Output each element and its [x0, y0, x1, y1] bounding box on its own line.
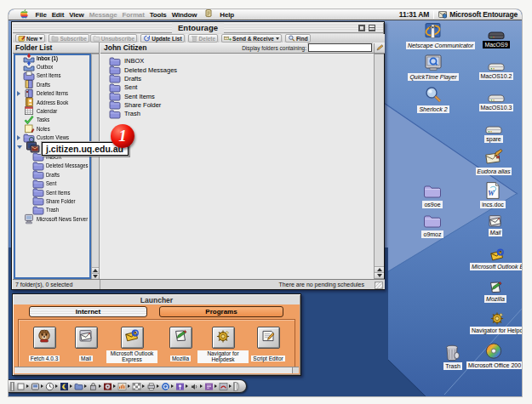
update-list-button[interactable]: Update List	[140, 34, 184, 43]
application-menu[interactable]: Microsoft Entourage	[449, 10, 518, 19]
main-folder-drafts[interactable]: Drafts	[100, 74, 374, 83]
folder-item-microsoft-news-server[interactable]: Microsoft News Server	[15, 215, 89, 224]
entourage-app-icon[interactable]	[438, 10, 447, 19]
main-folder-inbox[interactable]: INBOX	[100, 57, 374, 65]
scroll-up-arrow[interactable]	[375, 266, 384, 272]
launcher-button[interactable]	[33, 327, 56, 349]
resize-grip[interactable]	[375, 282, 383, 289]
desktop-icon-mozilla[interactable]: Mozilla	[468, 274, 522, 303]
desktop-icon-eudora-alias[interactable]: Eudora alias	[466, 146, 521, 175]
send-receive-button[interactable]: Send & Receive	[221, 34, 282, 43]
control-strip-energy-saver[interactable]	[59, 381, 73, 392]
launcher-item-navigator-for-helpdesk[interactable]: Navigator for Helpdesk	[197, 327, 249, 365]
folder-item-sent-items[interactable]: Sent Items	[15, 188, 89, 196]
desktop-icon-microsoft-office-200[interactable]: Microsoft Office 200	[466, 340, 521, 369]
desktop-icon-netscape-communicator[interactable]: Netscape Communicator	[406, 20, 460, 49]
menu-window[interactable]: Window	[169, 9, 199, 20]
desktop-icon-sherlock-2[interactable]: Sherlock 2	[406, 84, 460, 113]
menu-format[interactable]: Format	[120, 9, 146, 20]
desktop-icon-quicktime-player[interactable]: QuickTime Player	[406, 52, 460, 81]
launcher-scroll-strip[interactable]	[14, 367, 299, 373]
main-folder-sent[interactable]: Sent	[100, 83, 374, 92]
desktop-icon-macos9[interactable]: MacOS9	[469, 20, 522, 48]
menu-message[interactable]: Message	[87, 9, 119, 20]
tab-internet[interactable]: Internet	[29, 306, 147, 317]
apple-menu[interactable]	[20, 9, 28, 20]
subscribe-button[interactable]: Subscribe	[49, 34, 89, 43]
control-strip-cd-audio[interactable]	[102, 381, 117, 392]
main-scrollbar[interactable]	[374, 54, 384, 279]
folder-item-drafts[interactable]: Drafts	[15, 170, 89, 179]
folder-item-deleted-messages[interactable]: Deleted Messages	[15, 162, 89, 170]
filter-input[interactable]	[308, 43, 372, 52]
sidebar-scrollbar[interactable]	[91, 54, 99, 279]
scroll-down-arrow[interactable]	[375, 272, 384, 278]
control-strip-location-manager[interactable]	[174, 381, 189, 392]
scroll-up-arrow[interactable]	[92, 267, 99, 273]
unsubscribe-button[interactable]: Unsubscribe	[90, 34, 137, 43]
delete-button[interactable]: Delete	[188, 34, 219, 43]
desktop-icon-os9oe[interactable]: os9oe	[405, 179, 460, 208]
control-strip-monitor-depth[interactable]	[131, 381, 146, 392]
window-title: Entourage	[172, 23, 224, 33]
desktop-icon-spare[interactable]: spare	[466, 114, 521, 143]
launcher-button[interactable]	[212, 327, 235, 349]
control-strip-clock[interactable]	[44, 381, 59, 392]
new-button[interactable]: New	[15, 34, 45, 43]
find-button[interactable]: Find	[285, 34, 311, 43]
control-strip-file-sharing[interactable]	[73, 381, 88, 392]
control-strip-app-switcher[interactable]	[15, 381, 30, 392]
control-strip-speaker[interactable]	[189, 381, 203, 392]
folder-item-trash[interactable]: Trash	[15, 206, 89, 214]
menu-help[interactable]: Help	[218, 9, 237, 20]
launcher-button[interactable]	[121, 327, 144, 349]
folder-item-share-folder[interactable]: Share Folder	[15, 196, 89, 205]
security-icon	[89, 382, 98, 391]
entourage-titlebar[interactable]: Entourage	[13, 23, 383, 33]
menu-clock[interactable]: 11:31 AM	[399, 10, 429, 19]
zoom-box[interactable]	[358, 25, 365, 31]
menu-edit[interactable]: Edit	[49, 9, 66, 20]
control-strip-file-server[interactable]	[30, 381, 44, 392]
launcher-button[interactable]	[169, 327, 192, 349]
menu-tools[interactable]: Tools	[147, 9, 169, 20]
control-strip-security[interactable]	[88, 381, 102, 392]
sherlock-icon	[406, 84, 460, 105]
filter-edit-button[interactable]	[374, 43, 385, 53]
launcher-item-mail[interactable]: Mail	[60, 327, 112, 364]
main-folder-share-folder[interactable]: Share Folder	[100, 100, 374, 109]
desktop-icon-navigator-for-helpdes[interactable]: Navigator for Helpdes	[470, 305, 522, 334]
desktop-icon-macos10-3[interactable]: MacOS10.3	[469, 83, 522, 111]
disk-icon	[469, 51, 522, 71]
menu-file[interactable]: File	[33, 9, 49, 20]
control-strip-talk[interactable]	[203, 381, 218, 392]
desktop-icon-mail[interactable]: Mail	[468, 208, 522, 236]
main-folder-deleted-messages[interactable]: Deleted Messages	[100, 65, 374, 74]
control-strip-sound-volume[interactable]	[117, 381, 131, 392]
control-strip-remote-access[interactable]	[218, 381, 232, 392]
control-strip-grip[interactable]	[10, 382, 14, 391]
main-folder-sent-items[interactable]: Sent Items	[100, 92, 374, 100]
disclosure-collapsed-icon[interactable]	[17, 135, 20, 140]
disclosure-expanded-icon[interactable]	[17, 145, 22, 149]
menu-view[interactable]: View	[67, 9, 87, 20]
launcher-button[interactable]	[75, 327, 98, 349]
desktop-icon-incs-doc[interactable]: Wincs.doc	[466, 179, 520, 208]
scroll-down-arrow[interactable]	[92, 273, 99, 279]
launcher-item-microsoft-outlook-express[interactable]: Microsoft Outlook Express	[106, 327, 157, 365]
disclosure-collapsed-icon[interactable]	[17, 91, 20, 96]
launcher-button[interactable]	[257, 327, 280, 349]
launcher-item-script-editor[interactable]: Script Editor	[243, 327, 294, 364]
control-strip-quicktime[interactable]	[160, 381, 174, 392]
control-strip-tab[interactable]	[233, 382, 239, 391]
monitor-depth-icon	[132, 382, 141, 391]
collapse-box[interactable]	[369, 25, 375, 31]
desktop-icon-microsoft-outlook-expr[interactable]: Microsoft Outlook Expr	[470, 242, 522, 270]
desktop-icon-macos10-2[interactable]: MacOS10.2	[469, 51, 522, 80]
control-strip-printer[interactable]	[146, 381, 160, 392]
menu-scripts-menu[interactable]	[200, 9, 217, 21]
desktop-icon-o9moz[interactable]: o9moz	[405, 209, 460, 238]
tab-programs[interactable]: Programs	[159, 306, 283, 317]
folder-item-sent[interactable]: Sent	[15, 179, 89, 188]
main-folder-trash[interactable]: Trash	[100, 110, 374, 118]
